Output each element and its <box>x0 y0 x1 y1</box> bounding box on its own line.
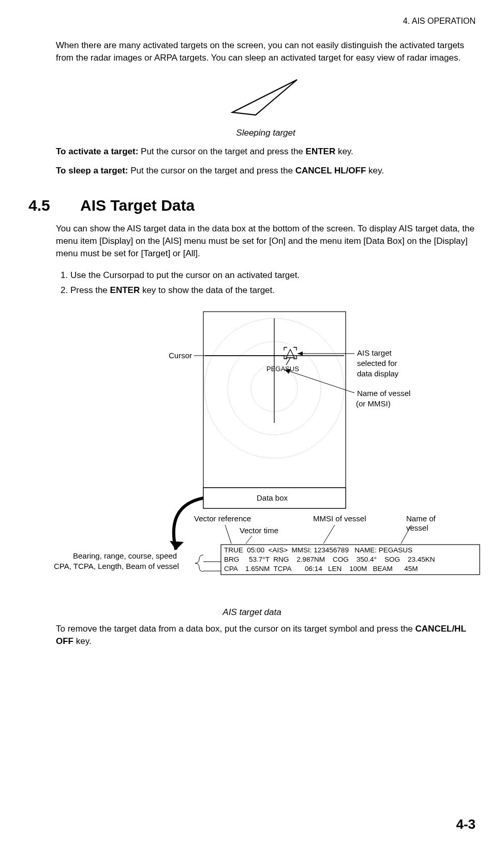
section-number: 4.5 <box>28 195 80 216</box>
step-1: Use the Cursorpad to put the cursor on a… <box>70 269 476 282</box>
steps-list: Use the Cursorpad to put the cursor on a… <box>56 269 476 297</box>
mmsi-label: MMSI of vessel <box>313 514 366 523</box>
svg-marker-7 <box>286 349 294 358</box>
pegasus-label: PEGASUS <box>266 365 299 373</box>
svg-marker-11 <box>298 352 303 356</box>
vector-ref-label: Vector reference <box>194 514 251 523</box>
sleeping-target-figure <box>56 74 476 124</box>
cancel-key: CANCEL HL/OFF <box>295 166 366 175</box>
section-paragraph: You can show the AIS target data in the … <box>56 223 476 259</box>
svg-marker-0 <box>232 80 297 115</box>
sleeping-target-caption: Sleeping target <box>56 127 476 139</box>
step2-a: Press the <box>70 285 110 295</box>
section-title: AIS Target Data <box>80 195 195 216</box>
enter-key: ENTER <box>306 147 336 156</box>
databox-line1: TRUE 05:00 <AIS> MMSI: 123456789 NAME: P… <box>224 546 412 554</box>
step-2: Press the ENTER key to show the data of … <box>70 284 476 297</box>
page-header: 4. AIS OPERATION <box>28 16 476 27</box>
outro-paragraph: To remove the target data from a data bo… <box>56 623 476 648</box>
databox-line3: CPA 1.65NM TCPA 06:14 LEN 100M BEAM 45M <box>224 565 418 573</box>
ais-selected-l3: data display <box>357 369 399 378</box>
vector-time-label: Vector time <box>240 526 278 535</box>
left-l2: CPA, TCPA, Length, Beam of vessel <box>54 562 179 570</box>
svg-line-19 <box>323 525 335 544</box>
data-box-label: Data box <box>257 493 288 502</box>
svg-marker-16 <box>170 541 184 550</box>
cursor-label: Cursor <box>169 351 192 360</box>
sleep-text: Put the cursor on the target and press t… <box>128 166 295 175</box>
ais-selected-l2: selected for <box>357 359 397 368</box>
activate-label: To activate a target: <box>56 147 138 156</box>
left-l1: Bearing, range, course, speed <box>73 551 177 560</box>
outro-b: key. <box>73 636 92 646</box>
intro-paragraph: When there are many activated targets on… <box>56 39 476 64</box>
name-vessel-l1: Name of vessel <box>357 389 410 398</box>
nameof-l1: Name of <box>406 514 436 523</box>
step2-b: key to show the data of the target. <box>140 285 275 295</box>
databox-line2: BRG 53.7°T RNG 2.987NM COG 350.4° SOG 23… <box>224 555 435 563</box>
sleep-label: To sleep a target: <box>56 166 128 175</box>
activate-tail: key. <box>335 147 353 156</box>
ais-figure: PEGASUS Cursor AIS target selected for d… <box>28 304 476 604</box>
sleep-tail: key. <box>366 166 384 175</box>
sleep-instruction: To sleep a target: Put the cursor on the… <box>56 165 476 177</box>
svg-line-12 <box>285 370 354 393</box>
activate-text: Put the cursor on the target and press t… <box>138 147 305 156</box>
outro-a: To remove the target data from a data bo… <box>56 624 416 634</box>
svg-line-18 <box>246 536 252 544</box>
page-number: 4-3 <box>456 815 476 833</box>
section-heading: 4.5 AIS Target Data <box>28 195 476 216</box>
svg-line-17 <box>225 525 231 544</box>
ais-selected-l1: AIS target <box>357 348 392 357</box>
ais-figure-caption: AIS target data <box>28 606 476 619</box>
step2-key: ENTER <box>110 285 140 295</box>
activate-instruction: To activate a target: Put the cursor on … <box>56 145 476 158</box>
name-vessel-l2: (or MMSI) <box>356 399 391 408</box>
